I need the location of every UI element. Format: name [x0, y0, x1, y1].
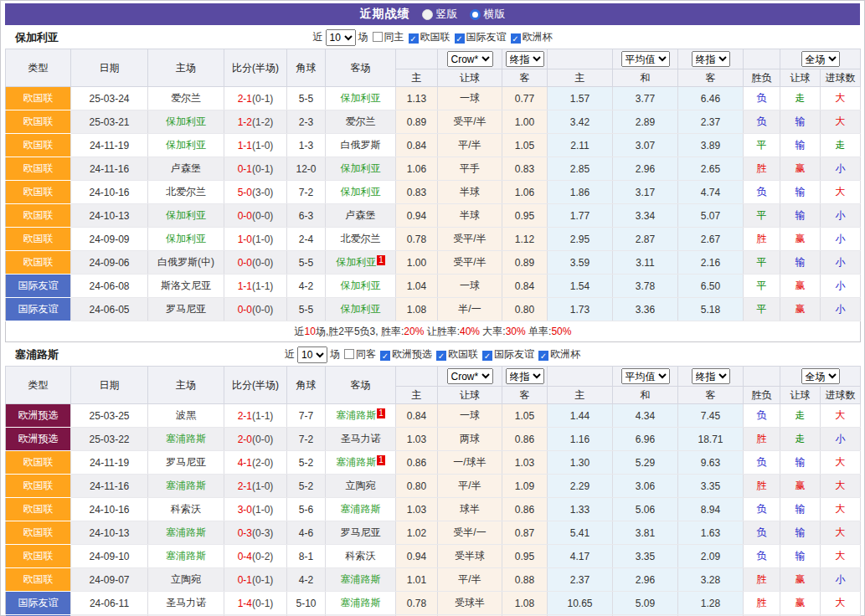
- match-row: 欧国联24-10-13塞浦路斯0-3(0-3)4-6罗马尼亚1.02受半/一0.…: [6, 521, 861, 545]
- handicap-home-odds: 0.80: [396, 475, 438, 498]
- team-label: 卢森堡: [346, 209, 376, 221]
- avg-draw-odds: 5.29: [613, 451, 678, 475]
- avg-away-odds: 2.09: [678, 545, 744, 568]
- result-wdl: 平: [744, 251, 780, 275]
- league-checkbox[interactable]: ✓: [511, 33, 521, 44]
- handicap-home-odds: 0.94: [396, 204, 438, 228]
- avg-draw-odds: 2.96: [613, 568, 678, 592]
- score: 2-0(0-0): [224, 428, 287, 451]
- recent-count-select[interactable]: 10: [297, 346, 327, 363]
- avg-away-odds: 1.28: [678, 592, 744, 615]
- result-handicap: 输: [780, 181, 821, 204]
- handicap-line: 一球: [438, 404, 502, 428]
- home-team: 塞浦路斯: [148, 521, 224, 545]
- header-cell: 终指: [502, 49, 548, 69]
- match-row: 欧洲预选25-03-22塞浦路斯2-0(0-0)7-2圣马力诺1.03两球0.8…: [6, 428, 861, 451]
- bookmaker-select[interactable]: Crow*: [447, 51, 493, 67]
- result-goals: 小: [821, 157, 861, 181]
- result-wdl: 胜: [744, 428, 780, 451]
- result-wdl: 负: [744, 404, 780, 428]
- league-checkbox[interactable]: ✓: [380, 351, 390, 361]
- result-goals: 大: [821, 404, 861, 428]
- league-badge: 欧国联: [6, 521, 71, 545]
- result-goals: 走: [821, 134, 861, 157]
- avg-home-odds: 2.85: [548, 157, 613, 181]
- fulltime-score: 1-2: [238, 116, 252, 128]
- result-wdl: 平: [744, 204, 780, 228]
- sub-column-header: 主: [548, 387, 613, 404]
- avg-away-odds: 9.63: [678, 451, 744, 475]
- result-goals: 大: [821, 110, 861, 134]
- league-filter-label: 国际友谊: [494, 348, 534, 360]
- handicap-away-odds: 0.88: [502, 568, 548, 592]
- sub-column-header: 客: [678, 69, 744, 87]
- column-header: 客场: [326, 367, 396, 404]
- recent-count-select[interactable]: 10: [326, 29, 356, 46]
- scope-select[interactable]: 全场: [801, 368, 840, 384]
- result-handicap: 赢: [780, 568, 821, 592]
- league-checkbox[interactable]: ✓: [455, 33, 465, 44]
- league-checkbox[interactable]: ✓: [436, 351, 446, 361]
- avg-home-odds: 1.54: [548, 275, 613, 298]
- league-badge: 欧国联: [6, 545, 71, 568]
- header-cell: [548, 49, 613, 69]
- away-team: 塞浦路斯1: [326, 404, 396, 428]
- handicap-line: 平/半: [438, 475, 502, 498]
- avg-draw-odds: 3.06: [613, 475, 678, 498]
- avg-away-odds: 1.63: [678, 521, 744, 545]
- league-checkbox[interactable]: ✓: [538, 351, 548, 361]
- team-label: 白俄罗斯: [341, 139, 381, 151]
- corners: 12-0: [287, 157, 326, 181]
- header-cell: 平均值: [613, 49, 678, 69]
- home-team: 保加利亚: [148, 134, 224, 157]
- avg-home-odds: 1.77: [548, 204, 613, 228]
- match-date: 24-10-16: [71, 181, 148, 204]
- bookmaker-index-select[interactable]: 终指: [506, 51, 544, 67]
- average-index-select[interactable]: 终指: [692, 51, 730, 67]
- summary-part: 场,胜2平5负3, 胜率:: [316, 326, 404, 337]
- result-wdl: 负: [744, 181, 780, 204]
- match-date: 24-06-11: [71, 592, 148, 615]
- handicap-away-odds: 1.03: [502, 451, 548, 475]
- average-index-select[interactable]: 终指: [692, 368, 730, 384]
- result-wdl: 负: [744, 110, 780, 134]
- result-handicap: 输: [780, 521, 821, 545]
- layout-radio-horizontal[interactable]: 横版: [470, 7, 506, 22]
- result-wdl: 胜: [744, 228, 780, 251]
- red-card-badge: 1: [377, 408, 385, 418]
- bookmaker-select[interactable]: Crow*: [447, 368, 493, 384]
- same-side-checkbox[interactable]: [373, 32, 383, 42]
- league-checkbox[interactable]: ✓: [409, 33, 419, 44]
- avg-draw-odds: 3.11: [613, 251, 678, 275]
- handicap-home-odds: 0.84: [396, 404, 438, 428]
- handicap-away-odds: 1.00: [502, 110, 548, 134]
- league-filter-label: 欧国联: [448, 348, 478, 360]
- match-row: 欧国联25-03-24爱尔兰2-1(0-1)5-5保加利亚1.13一球0.771…: [6, 87, 861, 110]
- handicap-home-odds: 0.83: [396, 181, 438, 204]
- away-team: 科索沃: [326, 545, 396, 568]
- scope-select[interactable]: 全场: [801, 51, 840, 67]
- league-checkbox[interactable]: ✓: [482, 351, 492, 361]
- match-row: 欧国联24-09-10塞浦路斯0-4(0-2)8-1科索沃0.94受半球0.95…: [6, 545, 861, 568]
- score: 5-0(3-0): [224, 181, 287, 204]
- column-header: 比分(半场): [224, 49, 287, 87]
- header-cell: 全场: [780, 49, 861, 69]
- average-select[interactable]: 平均值: [621, 51, 670, 67]
- layout-radio-vertical[interactable]: 竖版: [422, 7, 458, 22]
- handicap-away-odds: 1.05: [502, 134, 548, 157]
- same-side-checkbox[interactable]: [344, 349, 354, 359]
- bookmaker-index-select[interactable]: 终指: [506, 368, 544, 384]
- corners: 4-2: [287, 275, 326, 298]
- corners: 7-2: [287, 428, 326, 451]
- column-header: 类型: [6, 367, 71, 404]
- match-row: 欧国联24-11-19罗马尼亚4-1(2-0)5-2塞浦路斯10.86一/球半1…: [6, 451, 861, 475]
- avg-away-odds: 2.37: [678, 110, 744, 134]
- average-select[interactable]: 平均值: [621, 368, 670, 384]
- team-sections: 保加利亚近10场同主✓欧国联✓国际友谊✓欧洲杯类型日期主场比分(半场)角球客场C…: [1, 26, 864, 616]
- match-row: 欧国联24-10-16科索沃3-0(1-0)5-6塞浦路斯1.03球半0.861…: [6, 498, 861, 521]
- score: 2-1(1-0): [224, 475, 287, 498]
- home-team: 卢森堡: [148, 157, 224, 181]
- handicap-away-odds: 1.09: [502, 475, 548, 498]
- handicap-away-odds: 0.80: [502, 298, 548, 321]
- avg-away-odds: 18.71: [678, 428, 744, 451]
